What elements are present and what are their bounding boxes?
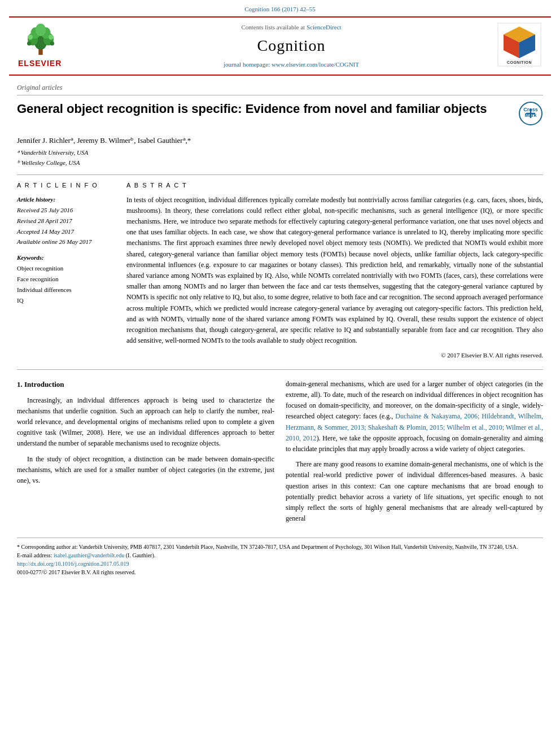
section-divider [17, 369, 543, 370]
svg-point-7 [28, 34, 33, 40]
elsevier-tree-icon [18, 23, 63, 56]
intro-p4: There are many good reasons to examine d… [286, 459, 543, 524]
svg-point-6 [36, 24, 46, 36]
intro-col-left: 1. Introduction Increasingly, an individ… [17, 379, 274, 528]
article-history: Article history: Received 25 July 2016 R… [17, 195, 113, 247]
svg-text:COGNITION: COGNITION [507, 60, 532, 64]
cognition-badge: COGNITION [491, 22, 542, 71]
introduction-section: 1. Introduction Increasingly, an individ… [17, 379, 543, 528]
accepted-date: Accepted 14 May 2017 [17, 226, 113, 237]
info-abstract-section: A R T I C L E I N F O Article history: R… [17, 174, 543, 360]
article-info-heading: A R T I C L E I N F O [17, 181, 113, 190]
affiliation-b: ᵇ Wellesley College, USA [17, 158, 543, 168]
doi-link[interactable]: Cognition 166 (2017) 42–55 [244, 6, 316, 12]
journal-homepage: journal homepage: www.elsevier.com/locat… [91, 60, 491, 69]
intro-p1: Increasingly, an individual differences … [17, 395, 274, 449]
doi-header: Cognition 166 (2017) 42–55 [0, 0, 560, 16]
journal-title: Cognition [91, 34, 491, 58]
keyword-2: Face recognition [17, 274, 113, 285]
homepage-link[interactable]: journal homepage: www.elsevier.com/locat… [224, 61, 359, 68]
history-heading: Article history: [17, 195, 113, 204]
crossmark-badge[interactable]: Cross Mark [518, 101, 543, 129]
footnote-section: * Corresponding author at: Vanderbilt Un… [17, 538, 543, 576]
elsevier-logo: ELSEVIER [18, 23, 91, 69]
contents-line: Contents lists available at ScienceDirec… [91, 23, 491, 32]
article-title-row: General object recognition is specific: … [17, 101, 543, 129]
article-dates: Received 25 July 2016 Revised 28 April 2… [17, 205, 113, 247]
ref-duchaine-link[interactable]: Duchaine & Nakayama, 2006; Hildebrandt, … [286, 412, 543, 442]
article-info: A R T I C L E I N F O Article history: R… [17, 181, 113, 360]
abstract-heading: A B S T R A C T [126, 181, 543, 190]
email-label: E-mail address: [17, 552, 52, 558]
svg-point-9 [27, 41, 31, 45]
page: Cognition 166 (2017) 42–55 [0, 0, 560, 747]
intro-col-right: domain-general mechanisms, which are use… [286, 379, 543, 528]
cognition-logo-icon: COGNITION [497, 22, 542, 67]
revised-date: Revised 28 April 2017 [17, 216, 113, 226]
keyword-4: IQ [17, 295, 113, 306]
abstract-section: A B S T R A C T In tests of object recog… [126, 181, 543, 360]
received-date: Received 25 July 2016 [17, 205, 113, 216]
svg-point-10 [50, 41, 54, 45]
crossmark-icon: Cross Mark [518, 101, 543, 126]
intro-p2: In the study of object recognition, a di… [17, 454, 274, 487]
elsevier-wordmark: ELSEVIER [18, 58, 62, 69]
article-title: General object recognition is specific: … [17, 101, 511, 117]
authors-line: Jennifer J. Richlerᵃ, Jeremy B. Wilmerᵇ,… [17, 135, 543, 146]
article-content: Original articles General object recogni… [0, 76, 560, 583]
issn-line: 0010-0277/© 2017 Elsevier B.V. All right… [17, 568, 543, 576]
affiliations: ᵃ Vanderbilt University, USA ᵇ Wellesley… [17, 148, 543, 168]
email-person: (I. Gauthier). [126, 552, 155, 558]
footnote-email: E-mail address: isabel.gauthier@vanderbi… [17, 551, 543, 560]
keywords-section: Keywords: Object recognition Face recogn… [17, 253, 113, 305]
intro-heading: 1. Introduction [17, 379, 274, 391]
email-link[interactable]: isabel.gauthier@vanderbilt.edu [54, 552, 124, 558]
sciencedirect-link[interactable]: ScienceDirect [307, 24, 342, 30]
keywords-heading: Keywords: [17, 253, 113, 263]
doi-footer-link[interactable]: http://dx.doi.org/10.1016/j.cognition.20… [17, 561, 129, 567]
keyword-1: Object recognition [17, 263, 113, 274]
svg-point-8 [49, 34, 54, 40]
abstract-text: In tests of object recognition, individu… [126, 195, 543, 347]
journal-center-info: Contents lists available at ScienceDirec… [91, 23, 491, 69]
copyright-notice: © 2017 Elsevier B.V. All rights reserved… [126, 351, 543, 360]
keywords-list: Object recognition Face recognition Indi… [17, 263, 113, 305]
footnote-star: * Corresponding author at: Vanderbilt Un… [17, 543, 543, 551]
affiliation-a: ᵃ Vanderbilt University, USA [17, 148, 543, 158]
journal-header: ELSEVIER Contents lists available at Sci… [9, 16, 551, 76]
doi-footer: http://dx.doi.org/10.1016/j.cognition.20… [17, 560, 543, 568]
keyword-3: Individual differences [17, 285, 113, 295]
available-date: Available online 26 May 2017 [17, 237, 113, 247]
article-type: Original articles [17, 82, 543, 95]
intro-p3: domain-general mechanisms, which are use… [286, 379, 543, 455]
